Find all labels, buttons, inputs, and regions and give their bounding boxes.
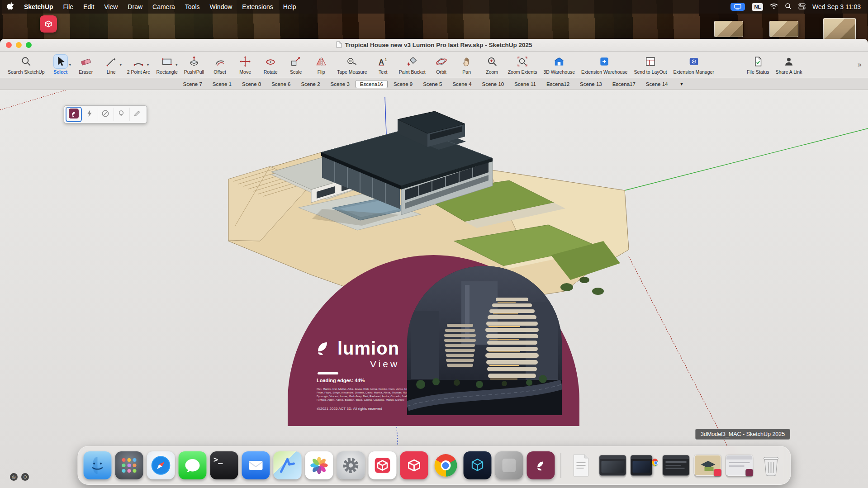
tool-orbit[interactable]: Orbit xyxy=(429,53,454,76)
menu-camera[interactable]: Camera xyxy=(152,3,175,10)
minimize-button[interactable] xyxy=(16,42,22,48)
scene-tabs-more-button[interactable]: ▼ xyxy=(674,81,689,88)
tool-paint-bucket[interactable]: Paint Bucket xyxy=(396,53,429,76)
tool-zoom-extents[interactable]: Zoom Extents xyxy=(505,53,541,76)
menu-edit[interactable]: Edit xyxy=(83,3,94,10)
dock-item-window-preview-model[interactable] xyxy=(693,451,721,479)
tool-eraser[interactable]: Eraser xyxy=(73,53,99,76)
tool-3d-warehouse[interactable]: 3D Warehouse xyxy=(540,53,578,76)
app-menu[interactable]: SketchUp xyxy=(24,3,53,10)
dock-item-sketchup-file[interactable] xyxy=(368,451,396,479)
tool-pan[interactable]: Pan xyxy=(454,53,479,76)
dock-item-safari[interactable] xyxy=(147,451,175,479)
scene-tab-scene-14[interactable]: Scene 14 xyxy=(641,80,673,88)
apple-menu[interactable] xyxy=(7,2,14,11)
toolbar-overflow-chevron[interactable]: » xyxy=(856,61,863,69)
desktop-thumbnail-1[interactable] xyxy=(714,21,743,37)
tool-flip[interactable]: Flip xyxy=(308,53,334,76)
tool-select[interactable]: ▾Select xyxy=(48,53,73,76)
scene-tab-scene-2[interactable]: Scene 2 xyxy=(296,80,324,88)
scene-tab-escena12[interactable]: Escena12 xyxy=(542,80,574,88)
spotlight-icon[interactable] xyxy=(785,3,792,11)
dock-item-messages[interactable] xyxy=(178,451,206,479)
scene-tab-scene-7[interactable]: Scene 7 xyxy=(179,80,207,88)
scene-tab-scene-8[interactable]: Scene 8 xyxy=(237,80,266,88)
scene-tab-scene-5[interactable]: Scene 5 xyxy=(418,80,446,88)
tool-two-point-arc[interactable]: ▾2 Point Arc xyxy=(124,53,153,76)
dock-item-finder[interactable] xyxy=(83,451,111,479)
edit-tool[interactable] xyxy=(129,108,144,121)
desktop-sketchup-icon[interactable] xyxy=(40,15,57,33)
scene-tab-escena16[interactable]: Escena16 xyxy=(356,80,388,88)
menu-view[interactable]: View xyxy=(104,3,118,10)
tool-offset[interactable]: Offset xyxy=(207,53,232,76)
tool-label: File Status xyxy=(747,69,769,75)
window-titlebar[interactable]: Tropical House new v3 Lumion Pro last Re… xyxy=(0,39,868,52)
dock-item-lumion[interactable] xyxy=(526,451,555,479)
dock-item-window-preview-light[interactable] xyxy=(725,451,753,479)
scene-tab-scene-9[interactable]: Scene 9 xyxy=(389,80,417,88)
scene-tab-scene-11[interactable]: Scene 11 xyxy=(510,80,541,88)
scene-tab-scene-6[interactable]: Scene 6 xyxy=(267,80,295,88)
close-button[interactable] xyxy=(6,42,12,48)
input-source-indicator[interactable]: NL xyxy=(752,3,763,11)
tool-scale[interactable]: Scale xyxy=(283,53,308,76)
menu-help[interactable]: Help xyxy=(283,3,296,10)
tool-extension-warehouse[interactable]: Extension Warehouse xyxy=(578,53,631,76)
tool-text[interactable]: A1Text xyxy=(370,53,396,76)
dock-item-launchpad[interactable] xyxy=(115,451,143,479)
menu-extensions[interactable]: Extensions xyxy=(242,3,273,10)
viewport-canvas[interactable]: lumion View Loading edges: 44% Piet, Mar… xyxy=(0,90,868,488)
dock-item-window-preview-2[interactable] xyxy=(630,451,658,479)
tool-push-pull[interactable]: Push/Pull xyxy=(181,53,207,76)
screen-share-indicator[interactable] xyxy=(730,3,745,11)
dock-item-hidden-app[interactable] xyxy=(495,451,523,479)
lumion-tool[interactable] xyxy=(66,108,81,121)
tool-send-to-layout[interactable]: Send to LayOut xyxy=(631,53,670,76)
scene-tab-scene-4[interactable]: Scene 4 xyxy=(448,80,476,88)
corner-widget-2[interactable]: ⊙ xyxy=(21,473,29,481)
dock-item-maps[interactable] xyxy=(273,451,301,479)
tool-rectangle[interactable]: ▾Rectangle xyxy=(153,53,181,76)
wifi-icon[interactable] xyxy=(770,3,778,10)
zoom-window-button[interactable] xyxy=(26,42,32,48)
scene-tab-escena17[interactable]: Escena17 xyxy=(608,80,640,88)
dock-item-document-file[interactable] xyxy=(567,451,595,479)
tool-line[interactable]: ▾Line xyxy=(99,53,124,76)
tool-rotate[interactable]: Rotate xyxy=(258,53,283,76)
desktop-thumbnail-2[interactable] xyxy=(769,21,798,37)
tool-file-status[interactable]: File Status xyxy=(744,53,773,76)
menu-draw[interactable]: Draw xyxy=(128,3,142,10)
toolbar-drag-handle[interactable] xyxy=(66,107,67,109)
disable-tool[interactable] xyxy=(98,108,113,121)
dock-item-photos[interactable] xyxy=(305,451,333,479)
dock-item-window-preview-3[interactable] xyxy=(662,451,690,479)
scene-tab-scene-13[interactable]: Scene 13 xyxy=(575,80,607,88)
tool-search-sketchup[interactable]: Search SketchUp xyxy=(5,53,48,76)
tool-zoom[interactable]: Zoom xyxy=(479,53,505,76)
dock-item-chrome[interactable] xyxy=(432,451,460,479)
tool-tape-measure[interactable]: Tape Measure xyxy=(334,53,370,76)
scene-tab-scene-3[interactable]: Scene 3 xyxy=(326,80,354,88)
dock-item-window-preview-1[interactable] xyxy=(598,451,626,479)
desktop-thumbnail-3[interactable] xyxy=(823,18,856,40)
dock-item-sketchup[interactable] xyxy=(400,451,428,479)
menu-file[interactable]: File xyxy=(63,3,74,10)
corner-widget-1[interactable]: ◎ xyxy=(10,473,18,481)
quick-render-tool[interactable] xyxy=(82,108,97,121)
light-tool[interactable] xyxy=(114,108,128,121)
dock-item-system-settings[interactable] xyxy=(337,451,365,479)
dock-item-terminal[interactable]: >_ xyxy=(210,451,238,479)
menu-tools[interactable]: Tools xyxy=(185,3,200,10)
menu-window[interactable]: Window xyxy=(210,3,232,10)
menubar-clock[interactable]: Wed Sep 3 11:03 xyxy=(812,3,861,10)
dock-item-mail[interactable] xyxy=(242,451,270,479)
tool-move[interactable]: Move xyxy=(232,53,258,76)
tool-extension-manager[interactable]: Extension Manager xyxy=(670,53,717,76)
control-center-icon[interactable] xyxy=(798,3,806,11)
scene-tab-scene-1[interactable]: Scene 1 xyxy=(208,80,236,88)
dock-item-trash[interactable] xyxy=(757,451,785,479)
scene-tab-scene-10[interactable]: Scene 10 xyxy=(478,80,509,88)
tool-share-a-link[interactable]: Share A Link xyxy=(772,53,805,76)
dock-item-3d-viewer-app[interactable] xyxy=(463,451,491,479)
